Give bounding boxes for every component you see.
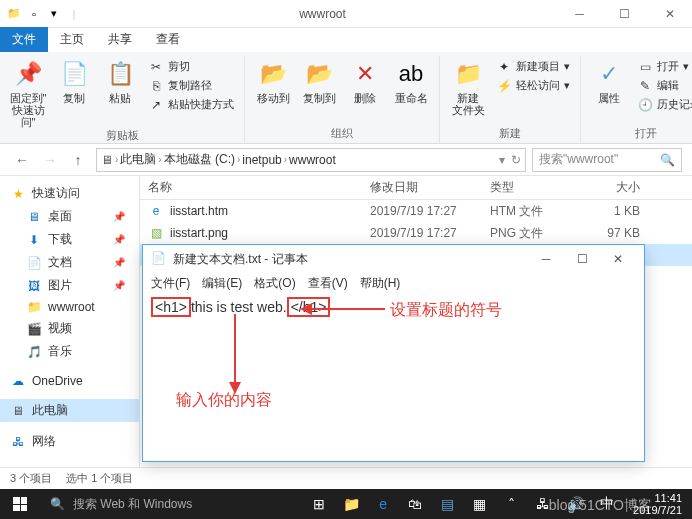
window-titlebar: 📁 ▫ ▾ | wwwroot ─ ☐ ✕ <box>0 0 692 28</box>
copy-button[interactable]: 📄 复制 <box>52 56 96 104</box>
notepad-window: 📄 新建文本文档.txt - 记事本 ─ ☐ ✕ 文件(F) 编辑(E) 格式(… <box>142 244 645 462</box>
newitem-icon: ✦ <box>496 60 512 74</box>
np-menu-file[interactable]: 文件(F) <box>151 275 190 292</box>
paste-icon: 📋 <box>104 58 136 90</box>
pin-quickaccess-button[interactable]: 📌 固定到"快速访问" <box>6 56 50 128</box>
column-headers: 名称 修改日期 类型 大小 <box>140 176 692 200</box>
nav-forward[interactable]: → <box>38 148 62 172</box>
sidebar-thispc[interactable]: 🖥此电脑 <box>0 399 139 422</box>
qat-dropdown[interactable]: ▾ <box>46 6 62 22</box>
properties-button[interactable]: ✓属性 <box>587 56 631 104</box>
address-bar: ← → ↑ 🖥 › 此电脑 › 本地磁盘 (C:) › inetpub › ww… <box>0 144 692 176</box>
tab-view[interactable]: 查看 <box>144 27 192 52</box>
sidebar-videos[interactable]: 🎬视频 <box>0 317 139 340</box>
star-icon: ★ <box>10 187 26 201</box>
sidebar-desktop[interactable]: 🖥桌面📌 <box>0 205 139 228</box>
delete-button[interactable]: ✕删除 <box>343 56 387 104</box>
np-menu-help[interactable]: 帮助(H) <box>360 275 401 292</box>
np-minimize[interactable]: ─ <box>528 248 564 270</box>
copyto-button[interactable]: 📂复制到 <box>297 56 341 104</box>
search-icon: 🔍 <box>50 497 65 511</box>
cut-button[interactable]: ✂剪切 <box>144 58 238 75</box>
close-button[interactable]: ✕ <box>647 0 692 28</box>
sidebar-documents[interactable]: 📄文档📌 <box>0 251 139 274</box>
rename-button[interactable]: ab重命名 <box>389 56 433 104</box>
sidebar-downloads[interactable]: ⬇下载📌 <box>0 228 139 251</box>
folder-icon: 📁 <box>6 6 22 22</box>
tab-home[interactable]: 主页 <box>48 27 96 52</box>
np-menu-view[interactable]: 查看(V) <box>308 275 348 292</box>
ribbon-tabs: 文件 主页 共享 查看 <box>0 28 692 52</box>
app-icon[interactable]: ▦ <box>463 489 495 519</box>
col-size[interactable]: 大小 <box>580 179 650 196</box>
maximize-button[interactable]: ☐ <box>602 0 647 28</box>
addr-dropdown[interactable]: ▾ <box>499 153 505 167</box>
copypath-icon: ⎘ <box>148 79 164 93</box>
newfolder-button[interactable]: 📁新建 文件夹 <box>446 56 490 116</box>
rename-icon: ab <box>395 58 427 90</box>
edge-icon[interactable]: e <box>367 489 399 519</box>
explorer-icon[interactable]: 📁 <box>335 489 367 519</box>
tab-file[interactable]: 文件 <box>0 27 48 52</box>
moveto-button[interactable]: 📂移动到 <box>251 56 295 104</box>
newitem-button[interactable]: ✦新建项目 ▾ <box>492 58 574 75</box>
arrow-icon <box>300 294 390 324</box>
ribbon: 📌 固定到"快速访问" 📄 复制 📋 粘贴 ✂剪切 ⎘复制路径 ↗粘贴快捷方式 … <box>0 52 692 144</box>
pin-icon: 📌 <box>113 211 125 222</box>
taskbar-search[interactable]: 🔍 搜索 Web 和 Windows <box>40 489 240 519</box>
nav-back[interactable]: ← <box>10 148 34 172</box>
group-clipboard: 剪贴板 <box>6 128 238 145</box>
svg-marker-1 <box>300 303 312 315</box>
easyaccess-button[interactable]: ⚡轻松访问 ▾ <box>492 77 574 94</box>
history-button[interactable]: 🕘历史记录 <box>633 96 692 113</box>
sidebar-music[interactable]: 🎵音乐 <box>0 340 139 363</box>
sidebar-onedrive[interactable]: ☁OneDrive <box>0 371 139 391</box>
sidebar-network[interactable]: 🖧网络 <box>0 430 139 453</box>
store-icon[interactable]: 🛍 <box>399 489 431 519</box>
edit-button[interactable]: ✎编辑 <box>633 77 692 94</box>
pasteshortcut-button[interactable]: ↗粘贴快捷方式 <box>144 96 238 113</box>
minimize-button[interactable]: ─ <box>557 0 602 28</box>
np-menu-format[interactable]: 格式(O) <box>254 275 295 292</box>
delete-icon: ✕ <box>349 58 381 90</box>
open-button[interactable]: ▭打开 ▾ <box>633 58 692 75</box>
taskview-icon[interactable]: ⊞ <box>303 489 335 519</box>
videos-icon: 🎬 <box>26 322 42 336</box>
copypath-button[interactable]: ⎘复制路径 <box>144 77 238 94</box>
search-input[interactable]: 搜索"wwwroot" 🔍 <box>532 148 682 172</box>
windows-logo-icon <box>13 497 27 511</box>
np-maximize[interactable]: ☐ <box>564 248 600 270</box>
onedrive-icon: ☁ <box>10 374 26 388</box>
app-icon[interactable]: ▤ <box>431 489 463 519</box>
np-menu-edit[interactable]: 编辑(E) <box>202 275 242 292</box>
search-icon: 🔍 <box>660 153 675 167</box>
cut-icon: ✂ <box>148 60 164 74</box>
annotation-title-symbol: 设置标题的符号 <box>390 300 502 321</box>
refresh-icon[interactable]: ↻ <box>511 153 521 167</box>
paste-button[interactable]: 📋 粘贴 <box>98 56 142 104</box>
status-items: 3 个项目 <box>10 471 52 486</box>
col-type[interactable]: 类型 <box>490 179 580 196</box>
start-button[interactable] <box>0 489 40 519</box>
status-selected: 选中 1 个项目 <box>66 471 133 486</box>
notepad-menubar: 文件(F) 编辑(E) 格式(O) 查看(V) 帮助(H) <box>143 273 644 293</box>
breadcrumb[interactable]: 🖥 › 此电脑 › 本地磁盘 (C:) › inetpub › wwwroot … <box>96 148 526 172</box>
sidebar-pictures[interactable]: 🖼图片📌 <box>0 274 139 297</box>
nav-up[interactable]: ↑ <box>66 148 90 172</box>
qat-item[interactable]: ▫ <box>26 6 42 22</box>
np-close[interactable]: ✕ <box>600 248 636 270</box>
pin-icon: 📌 <box>113 234 125 245</box>
notepad-titlebar[interactable]: 📄 新建文本文档.txt - 记事本 ─ ☐ ✕ <box>143 245 644 273</box>
tab-share[interactable]: 共享 <box>96 27 144 52</box>
sidebar-quickaccess[interactable]: ★快速访问 <box>0 182 139 205</box>
file-row[interactable]: eiisstart.htm 2019/7/19 17:27 HTM 文件 1 K… <box>140 200 692 222</box>
col-name[interactable]: 名称 <box>140 179 370 196</box>
qat-sep: | <box>66 6 82 22</box>
file-row[interactable]: ▧iisstart.png 2019/7/19 17:27 PNG 文件 97 … <box>140 222 692 244</box>
sidebar-wwwroot[interactable]: 📁wwwroot <box>0 297 139 317</box>
pin-icon: 📌 <box>113 257 125 268</box>
col-date[interactable]: 修改日期 <box>370 179 490 196</box>
tray-up-icon[interactable]: ˄ <box>495 489 527 519</box>
svg-marker-3 <box>229 382 241 394</box>
pc-icon: 🖥 <box>10 404 26 418</box>
